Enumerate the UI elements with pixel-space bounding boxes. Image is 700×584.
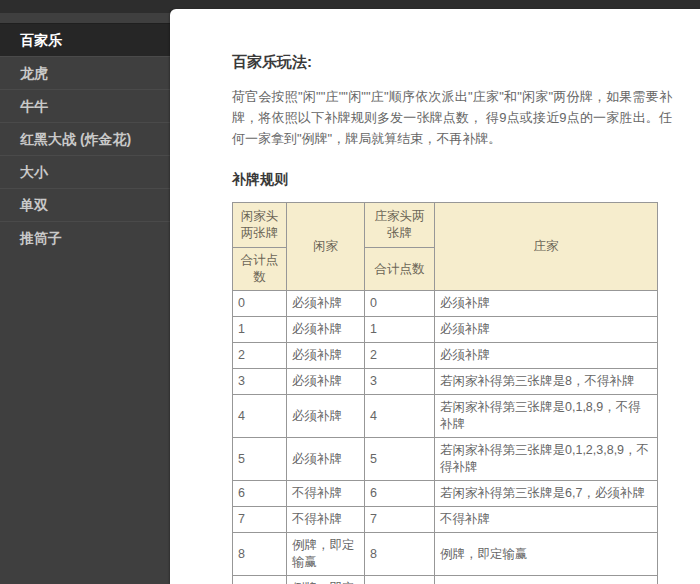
player-action-cell: 必须补牌 [287,291,365,317]
player-total-cell: 5 [233,438,287,481]
banker-action-cell: 若闲家补得第三张牌是6,7，必须补牌 [435,481,658,507]
sidebar-item-niuniu[interactable]: 牛牛 [0,89,170,122]
player-action-cell: 必须补牌 [287,395,365,438]
banker-total-cell: 1 [365,317,435,343]
player-total-cell: 9 [233,576,287,584]
player-total-cell: 0 [233,291,287,317]
banker-action-cell: 若闲家补得第三张牌是8，不得补牌 [435,369,658,395]
content-panel: 百家乐玩法: 荷官会按照"闲""庄""闲""庄"顺序依次派出"庄家"和"闲家"两… [170,9,700,584]
player-action-cell: 例牌，即定输赢 [287,576,365,584]
sidebar-item-red-black-war[interactable]: 红黑大战 (炸金花) [0,122,170,155]
page-title: 百家乐玩法: [232,53,674,72]
banker-total-cell: 3 [365,369,435,395]
banker-action-cell: 不得补牌 [435,507,658,533]
table-header-row: 闲家头两张牌 闲家 庄家头两张牌 庄家 [233,203,658,248]
header-player-two-cards: 闲家头两张牌 [233,203,287,248]
player-total-cell: 6 [233,481,287,507]
banker-action-cell: 必须补牌 [435,291,658,317]
sidebar-item-dragon-tiger[interactable]: 龙虎 [0,56,170,89]
banker-total-cell: 4 [365,395,435,438]
table-row: 0 必须补牌 0 必须补牌 [233,291,658,317]
section-title-draw-rules: 补牌规则 [232,171,674,189]
player-action-cell: 必须补牌 [287,369,365,395]
banker-total-cell: 2 [365,343,435,369]
player-total-cell: 1 [233,317,287,343]
player-action-cell: 不得补牌 [287,481,365,507]
player-total-cell: 3 [233,369,287,395]
header-player: 闲家 [287,203,365,291]
header-banker-two-cards: 庄家头两张牌 [365,203,435,248]
sidebar-item-baccarat[interactable]: 百家乐 [0,23,170,56]
banker-total-cell: 7 [365,507,435,533]
sidebar-item-big-small[interactable]: 大小 [0,155,170,188]
table-row: 5 必须补牌 5 若闲家补得第三张牌是0,1,2,3,8,9，不得补牌 [233,438,658,481]
banker-total-cell: 5 [365,438,435,481]
banker-total-cell: 9 [365,576,435,584]
player-total-cell: 7 [233,507,287,533]
banker-action-cell: 例牌，即定输赢 [435,533,658,576]
table-row: 8 例牌，即定输赢 8 例牌，即定输赢 [233,533,658,576]
banker-total-cell: 6 [365,481,435,507]
sidebar-item-tuitongzi[interactable]: 推筒子 [0,221,170,254]
player-total-cell: 2 [233,343,287,369]
banker-action-cell: 例牌，即定输赢 [435,576,658,584]
player-action-cell: 例牌，即定输赢 [287,533,365,576]
table-row: 7 不得补牌 7 不得补牌 [233,507,658,533]
header-player-total: 合计点数 [233,248,287,291]
banker-action-cell: 若闲家补得第三张牌是0,1,2,3,8,9，不得补牌 [435,438,658,481]
banker-action-cell: 若闲家补得第三张牌是0,1,8,9，不得补牌 [435,395,658,438]
banker-action-cell: 必须补牌 [435,343,658,369]
draw-rules-table: 闲家头两张牌 闲家 庄家头两张牌 庄家 合计点数 合计点数 0 必须补牌 0 必… [232,202,658,584]
table-row: 9 例牌，即定输赢 9 例牌，即定输赢 [233,576,658,584]
player-total-cell: 4 [233,395,287,438]
player-action-cell: 必须补牌 [287,317,365,343]
table-row: 2 必须补牌 2 必须补牌 [233,343,658,369]
game-sidebar: 百家乐 龙虎 牛牛 红黑大战 (炸金花) 大小 单双 推筒子 [0,13,170,584]
header-banker-total: 合计点数 [365,248,435,291]
player-action-cell: 必须补牌 [287,438,365,481]
banker-total-cell: 8 [365,533,435,576]
player-total-cell: 8 [233,533,287,576]
table-row: 1 必须补牌 1 必须补牌 [233,317,658,343]
banker-action-cell: 必须补牌 [435,317,658,343]
sidebar-item-odd-even[interactable]: 单双 [0,188,170,221]
table-row: 4 必须补牌 4 若闲家补得第三张牌是0,1,8,9，不得补牌 [233,395,658,438]
banker-total-cell: 0 [365,291,435,317]
header-banker: 庄家 [435,203,658,291]
rules-document: 百家乐玩法: 荷官会按照"闲""庄""闲""庄"顺序依次派出"庄家"和"闲家"两… [170,9,700,584]
rules-intro-paragraph: 荷官会按照"闲""庄""闲""庄"顺序依次派出"庄家"和"闲家"两份牌，如果需要… [232,86,672,149]
table-row: 3 必须补牌 3 若闲家补得第三张牌是8，不得补牌 [233,369,658,395]
player-action-cell: 必须补牌 [287,343,365,369]
player-action-cell: 不得补牌 [287,507,365,533]
table-row: 6 不得补牌 6 若闲家补得第三张牌是6,7，必须补牌 [233,481,658,507]
